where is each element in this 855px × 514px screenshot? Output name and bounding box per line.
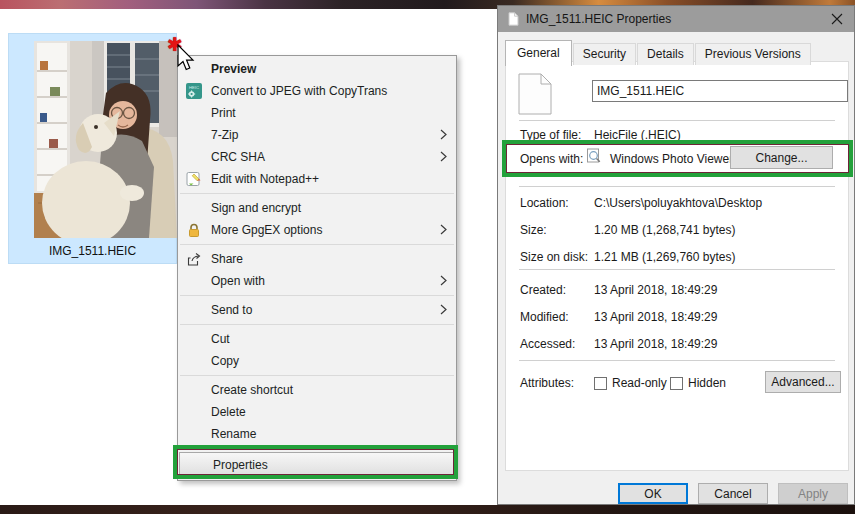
tab-details[interactable]: Details	[637, 43, 694, 65]
read-only-checkbox[interactable]: Read-only	[594, 376, 667, 390]
mouse-cursor	[176, 44, 196, 74]
panel-separator	[519, 269, 835, 270]
lock-icon	[186, 222, 202, 238]
accessed-label: Accessed:	[520, 337, 594, 351]
photo-thumbnail[interactable]	[34, 41, 177, 238]
menu-item-preview[interactable]: Preview	[178, 58, 456, 80]
menu-separator	[180, 295, 454, 296]
menu-item-delete[interactable]: Delete	[178, 401, 456, 423]
wallpaper-strip-bottom	[0, 505, 855, 514]
opens-with-value: Windows Photo Viewer	[610, 152, 733, 166]
menu-separator	[180, 375, 454, 376]
opens-with-label: Opens with:	[520, 152, 594, 166]
properties-dialog: IMG_1511.HEIC Properties General Securit…	[497, 5, 855, 505]
menu-item-send-to[interactable]: Send to	[178, 299, 456, 321]
tab-general[interactable]: General	[505, 40, 572, 66]
filename-input[interactable]	[592, 80, 848, 102]
accessed-value: 13 April 2018, 18:49:29	[594, 337, 717, 351]
heic-converter-icon: HEIC	[186, 83, 202, 99]
created-label: Created:	[520, 283, 594, 297]
close-icon[interactable]	[820, 6, 854, 32]
menu-item-crc-sha[interactable]: CRC SHA	[178, 146, 456, 168]
tab-bar: General Security Details Previous Versio…	[505, 40, 812, 65]
created-value: 13 April 2018, 18:49:29	[594, 283, 717, 297]
panel-separator	[519, 120, 835, 121]
menu-separator	[180, 244, 454, 245]
menu-item-print[interactable]: Print	[178, 102, 456, 124]
apply-button: Apply	[778, 483, 848, 504]
menu-item-sign-and-encrypt[interactable]: Sign and encrypt	[178, 197, 456, 219]
selected-file-tile[interactable]: IMG_1511.HEIC	[8, 33, 177, 264]
menu-item-more-gpgex-options[interactable]: More GpgEX options	[178, 219, 456, 241]
size-on-disk-label: Size on disk:	[520, 250, 594, 264]
submenu-arrow-icon	[440, 275, 447, 289]
file-name-label: IMG_1511.HEIC	[9, 244, 176, 258]
type-of-file-value: HeicFile (.HEIC)	[594, 128, 681, 142]
size-label: Size:	[520, 223, 594, 237]
menu-separator	[180, 193, 454, 194]
hidden-checkbox[interactable]: Hidden	[670, 376, 726, 390]
menu-item-edit-with-notepad[interactable]: Edit with Notepad++	[178, 168, 456, 190]
attributes-label: Attributes:	[520, 376, 594, 390]
notepad-plus-icon	[186, 171, 202, 187]
svg-text:HEIC: HEIC	[189, 85, 199, 90]
menu-item-cut[interactable]: Cut	[178, 328, 456, 350]
location-label: Location:	[520, 196, 594, 210]
dialog-titlebar[interactable]: IMG_1511.HEIC Properties	[498, 6, 854, 32]
modified-value: 13 April 2018, 18:49:29	[594, 310, 717, 324]
photo-viewer-icon	[586, 148, 602, 168]
menu-separator	[180, 324, 454, 325]
tab-security[interactable]: Security	[573, 43, 636, 65]
ok-button[interactable]: OK	[618, 483, 688, 504]
advanced-button[interactable]: Advanced...	[765, 371, 841, 393]
change-button[interactable]: Change...	[730, 146, 833, 169]
context-menu: Preview HEIC Convert to JPEG with CopyTr…	[177, 55, 457, 481]
menu-item-share[interactable]: Share	[178, 248, 456, 270]
location-value: C:\Users\poluyakhtova\Desktop	[594, 196, 762, 210]
tab-previous-versions[interactable]: Previous Versions	[695, 43, 811, 65]
submenu-arrow-icon	[440, 304, 447, 318]
cancel-button[interactable]: Cancel	[698, 483, 768, 504]
general-tab-panel: Type of file: HeicFile (.HEIC) Opens wit…	[505, 61, 849, 471]
menu-item-convert-to-jpeg[interactable]: HEIC Convert to JPEG with CopyTrans	[178, 80, 456, 102]
menu-item-7zip[interactable]: 7-Zip	[178, 124, 456, 146]
menu-separator	[180, 448, 454, 449]
menu-item-copy[interactable]: Copy	[178, 350, 456, 372]
panel-separator	[519, 186, 835, 187]
size-value: 1.20 MB (1,268,741 bytes)	[594, 223, 735, 237]
submenu-arrow-icon	[440, 224, 447, 238]
menu-item-open-with[interactable]: Open with	[178, 270, 456, 292]
panel-separator	[519, 360, 835, 361]
menu-item-create-shortcut[interactable]: Create shortcut	[178, 379, 456, 401]
checkbox-icon[interactable]	[594, 377, 607, 390]
share-icon	[186, 251, 202, 267]
submenu-arrow-icon	[440, 129, 447, 143]
type-of-file-label: Type of file:	[520, 128, 594, 142]
menu-item-rename[interactable]: Rename	[178, 423, 456, 445]
menu-item-properties[interactable]: Properties	[179, 452, 455, 478]
file-icon	[508, 12, 519, 26]
modified-label: Modified:	[520, 310, 594, 324]
submenu-arrow-icon	[440, 151, 447, 165]
file-type-icon	[518, 73, 552, 119]
checkbox-icon[interactable]	[670, 377, 683, 390]
dialog-title: IMG_1511.HEIC Properties	[526, 12, 671, 26]
size-on-disk-value: 1.21 MB (1,269,760 bytes)	[594, 250, 735, 264]
